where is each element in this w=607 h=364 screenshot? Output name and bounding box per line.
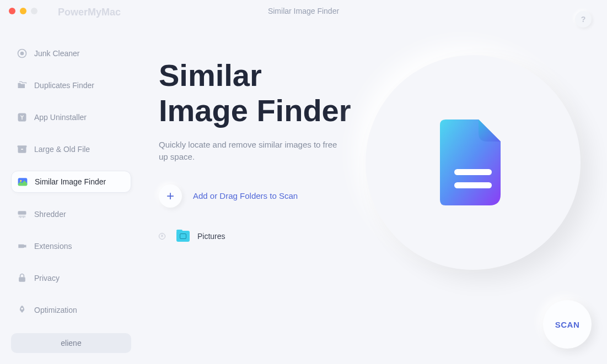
sidebar: Junk Cleaner Duplicates Finder App Unins… (0, 0, 138, 364)
lock-icon (17, 273, 28, 284)
sidebar-item-label: Duplicates Finder (34, 81, 94, 90)
svg-point-7 (20, 180, 22, 182)
svg-rect-5 (21, 149, 23, 150)
user-name: eliene (61, 339, 81, 347)
app-window: PowerMyMac Similar Image Finder ? Junk C… (0, 0, 607, 364)
svg-rect-12 (454, 169, 492, 175)
sidebar-item-similar-image-finder[interactable]: Similar Image Finder (11, 171, 131, 193)
sidebar-item-label: Privacy (34, 274, 60, 282)
folders-icon (17, 80, 28, 91)
svg-rect-9 (19, 277, 25, 281)
svg-rect-8 (18, 211, 26, 215)
add-folders-label: Add or Drag Folders to Scan (193, 191, 298, 200)
svg-rect-13 (454, 182, 492, 188)
folder-icon (176, 231, 190, 242)
remove-folder-button[interactable]: × (159, 233, 165, 240)
page-description: Quickly locate and remove similar images… (159, 139, 341, 164)
sidebar-item-junk-cleaner[interactable]: Junk Cleaner (11, 43, 131, 64)
document-icon (440, 119, 506, 205)
app-icon (17, 112, 28, 123)
scan-button-label: SCAN (555, 320, 580, 329)
extension-icon (17, 241, 28, 252)
rocket-icon (17, 305, 28, 316)
sidebar-item-shredder[interactable]: Shredder (11, 204, 131, 225)
target-icon (17, 48, 28, 59)
sidebar-item-label: Large & Old File (34, 145, 90, 154)
svg-rect-4 (18, 145, 27, 147)
sidebar-item-extensions[interactable]: Extensions (11, 236, 131, 257)
svg-rect-3 (18, 147, 26, 153)
shredder-icon (17, 209, 28, 220)
archive-icon (17, 144, 28, 155)
svg-point-1 (20, 52, 24, 56)
user-footer[interactable]: eliene (11, 333, 131, 353)
image-icon (17, 176, 28, 187)
main-content: Similar Image Finder Quickly locate and … (138, 0, 607, 364)
svg-point-10 (21, 308, 23, 309)
sidebar-item-privacy[interactable]: Privacy (11, 268, 131, 289)
sidebar-item-label: Extensions (34, 242, 72, 251)
sidebar-item-app-uninstaller[interactable]: App Uninstaller (11, 107, 131, 128)
sidebar-item-optimization[interactable]: Optimization (11, 300, 131, 320)
plus-icon-button: + (159, 184, 182, 208)
illustration-circle (366, 55, 581, 270)
sidebar-item-label: Similar Image Finder (35, 177, 106, 186)
sidebar-item-duplicates-finder[interactable]: Duplicates Finder (11, 75, 131, 96)
plus-icon: + (166, 188, 174, 204)
sidebar-item-label: App Uninstaller (34, 113, 87, 122)
remove-icon: × (160, 233, 164, 239)
folder-name: Pictures (197, 232, 225, 241)
scan-button[interactable]: SCAN (543, 300, 592, 349)
sidebar-item-large-old-file[interactable]: Large & Old File (11, 139, 131, 160)
sidebar-item-label: Optimization (34, 306, 77, 314)
sidebar-item-label: Shredder (34, 210, 66, 219)
sidebar-item-label: Junk Cleaner (34, 49, 80, 58)
